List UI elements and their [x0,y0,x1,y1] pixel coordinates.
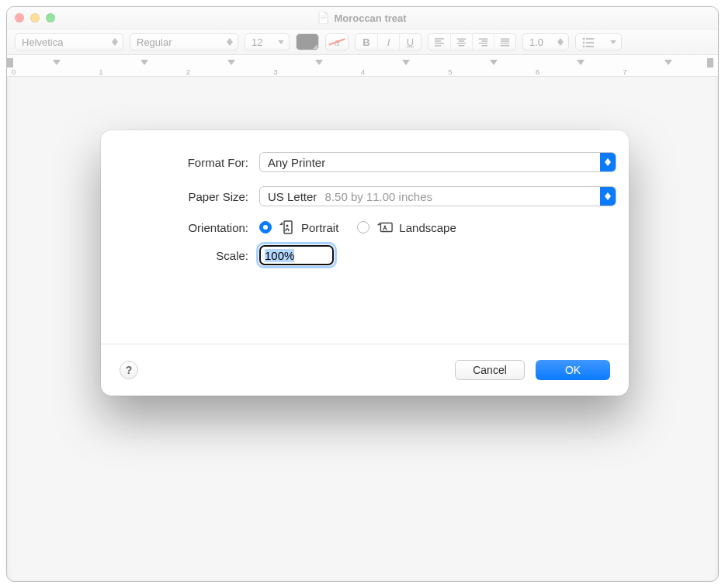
window-title-text: Moroccan treat [334,12,406,24]
radio-unselected-icon [357,221,369,233]
sheet-body: Format For: Any Printer Paper Size: US L… [101,130,629,344]
svg-rect-1 [321,17,326,18]
svg-rect-2 [321,19,324,19]
right-margin-marker[interactable] [707,58,713,67]
svg-point-3 [583,38,585,40]
orientation-row: Orientation: Portrait [124,220,605,234]
paper-size-value: US Letter [268,190,317,203]
cancel-button[interactable]: Cancel [455,360,525,380]
format-for-value: Any Printer [268,156,325,169]
updown-icon [225,38,234,46]
orientation-options: Portrait Landscape [259,220,605,234]
font-family-value: Helvetica [22,36,63,48]
landscape-icon [376,220,393,234]
help-button[interactable]: ? [120,361,138,379]
list-icon [582,36,595,47]
tab-stop-icon[interactable] [577,60,585,65]
align-left-icon [433,36,446,48]
ruler[interactable]: 01234567 [7,55,718,77]
orientation-landscape-option[interactable]: Landscape [357,220,456,234]
format-for-label: Format For: [124,156,248,169]
zoom-button[interactable] [46,13,55,22]
window-title: Moroccan treat [7,7,718,29]
bold-button[interactable]: B [356,34,377,50]
disclosure-corner-icon [313,44,317,49]
cancel-button-label: Cancel [473,364,507,376]
text-color-swatch[interactable] [296,33,319,50]
align-right-icon [477,36,489,48]
scale-row: Scale: [124,245,605,265]
align-center-icon [456,36,467,48]
tab-stop-icon[interactable] [490,60,498,65]
list-style-popup[interactable] [575,33,622,50]
align-justify-button[interactable] [494,34,515,50]
chevron-down-icon [276,40,286,44]
minimize-button[interactable] [30,13,40,22]
text-align-segmented [428,33,516,50]
paper-size-row: Paper Size: US Letter 8.50 by 11.00 inch… [124,186,605,206]
format-for-popup[interactable]: Any Printer [259,152,616,172]
ok-button[interactable]: OK [536,360,610,380]
text-style-segmented: B I U [355,33,421,50]
highlight-color-button[interactable]: a [325,33,349,50]
document-icon [318,12,329,24]
popup-arrows-icon [600,187,616,206]
paper-size-dimensions: 8.50 by 11.00 inches [325,190,432,203]
svg-point-12 [384,226,387,228]
left-margin-marker[interactable] [7,58,13,67]
sheet-footer: ? Cancel OK [101,344,629,396]
tab-stop-icon[interactable] [227,60,235,65]
svg-point-5 [583,42,585,44]
line-spacing-value: 1.0 [529,36,543,48]
titlebar: Moroccan treat [7,7,718,29]
orientation-portrait-option[interactable]: Portrait [259,220,338,234]
svg-point-7 [583,46,585,48]
ruler-number: 2 [186,68,190,76]
svg-point-10 [286,225,289,227]
scale-label: Scale: [124,249,248,262]
svg-rect-6 [586,42,594,43]
ruler-number: 6 [536,68,539,76]
ruler-number: 4 [361,68,365,76]
tab-stop-icon[interactable] [402,60,410,65]
tab-stop-icon[interactable] [664,60,672,65]
ruler-number: 3 [274,68,278,76]
align-left-button[interactable] [428,34,450,50]
orientation-portrait-label: Portrait [301,221,338,234]
align-justify-icon [499,36,511,48]
ok-button-label: OK [565,364,581,376]
svg-rect-11 [381,223,393,232]
italic-button[interactable]: I [377,34,399,50]
orientation-label: Orientation: [124,221,248,234]
font-size-popup[interactable]: 12 [245,33,290,50]
orientation-landscape-label: Landscape [399,221,456,234]
scale-input[interactable] [259,245,334,265]
tab-stop-icon[interactable] [53,60,61,65]
paper-size-popup[interactable]: US Letter 8.50 by 11.00 inches [259,186,616,206]
traffic-lights [15,13,55,22]
align-right-button[interactable] [472,34,494,50]
svg-rect-9 [284,221,292,233]
format-for-row: Format For: Any Printer [124,152,605,172]
svg-rect-4 [586,38,594,40]
popup-arrows-icon [600,153,616,171]
help-icon: ? [126,364,133,376]
close-button[interactable] [15,13,24,22]
portrait-icon [278,220,295,234]
line-spacing-popup[interactable]: 1.0 [522,33,569,50]
tab-stop-icon[interactable] [315,60,323,65]
font-style-value: Regular [137,36,172,48]
font-size-value: 12 [251,36,262,48]
chevron-down-icon [609,40,618,44]
align-center-button[interactable] [450,34,472,50]
paper-size-label: Paper Size: [124,190,248,203]
updown-icon [110,38,120,46]
tab-stop-icon[interactable] [140,60,148,65]
format-toolbar: Helvetica Regular 12 a [7,29,718,55]
svg-rect-0 [321,16,326,16]
ruler-number: 7 [623,68,627,76]
underline-button[interactable]: U [399,34,421,50]
font-family-popup[interactable]: Helvetica [15,33,123,50]
ruler-number: 5 [449,68,453,76]
font-style-popup[interactable]: Regular [130,33,238,50]
